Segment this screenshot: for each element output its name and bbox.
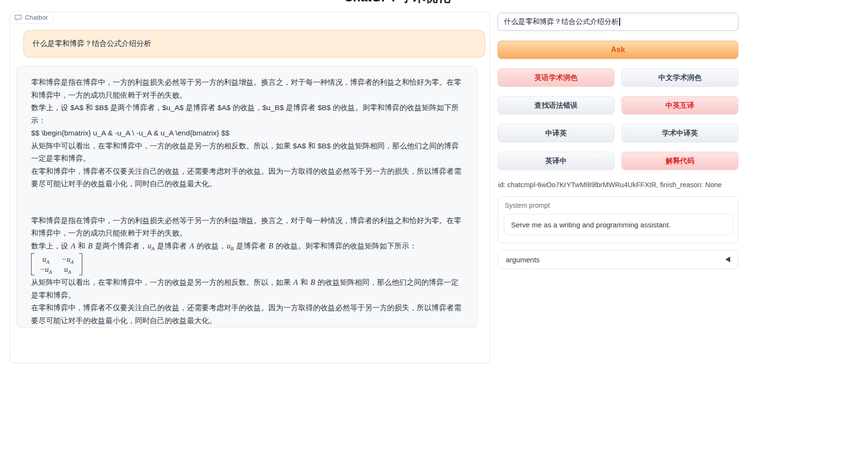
bot-message-bubble: 零和博弈是指在博弈中，一方的利益损失必然等于另一方的利益增益。换言之，对于每一种…: [16, 66, 478, 328]
accordion-label: arguments: [506, 256, 540, 264]
matrix-cell: −uA: [61, 254, 75, 264]
chatbot-label-text: Chatbot: [25, 14, 47, 21]
button-chinese-academic-polish[interactable]: 中文学术润色: [622, 68, 738, 87]
bot-paragraph: 零和博弈是指在博弈中，一方的利益损失必然等于另一方的利益增益。换言之，对于每一种…: [31, 76, 463, 101]
button-find-grammar-errors[interactable]: 查找语法错误: [498, 96, 614, 114]
system-prompt-label: System prompt: [505, 202, 550, 209]
matrix-cell: uA: [39, 254, 53, 264]
button-en-to-zh[interactable]: 英译中: [498, 152, 614, 170]
matrix-left-bracket: [31, 253, 34, 275]
chat-bubble-icon: [14, 14, 22, 21]
bot-paragraph: 零和博弈是指在博弈中，一方的利益损失必然等于另一方的利益增益。换言之，对于每一种…: [31, 214, 463, 240]
message-block-gap: [31, 191, 463, 214]
matrix-cell: −uA: [39, 264, 53, 274]
user-message-bubble: 什么是零和博弈？结合公式介绍分析: [23, 30, 485, 57]
bot-paragraph: 数学上，设 $A$ 和 $B$ 是两个博弈者，$u_A$ 是博弈者 $A$ 的收…: [31, 101, 463, 127]
system-prompt-input[interactable]: Serve me as a writing and programming as…: [504, 214, 733, 235]
text-caret: [619, 18, 620, 26]
button-academic-zh-to-en[interactable]: 学术中译英: [622, 124, 738, 142]
button-english-academic-polish[interactable]: 英语学术润色: [498, 68, 614, 87]
triangle-left-icon: [725, 257, 730, 262]
question-input[interactable]: 什么是零和博弈？结合公式介绍分析: [498, 13, 738, 31]
page-title-text: ChatGPT 学术优化: [306, 0, 488, 4]
page-title: ChatGPT 学术优化: [306, 0, 488, 4]
button-zh-en-mutual-translation[interactable]: 中英互译: [622, 96, 738, 114]
bot-paragraph: 在零和博弈中，博弈者不仅要关注自己的收益，还需要考虑对手的收益。因为一方取得的收…: [31, 165, 463, 191]
bot-paragraph: 从矩阵中可以看出，在零和博弈中，一方的收益是另一方的相反数。所以，如果 $A$ …: [31, 140, 463, 165]
bot-paragraph-latex: $$ \begin{bmatrix} u_A & -u_A \ -u_A & u…: [31, 127, 463, 140]
payoff-matrix: uA −uA −uA uA: [31, 253, 82, 275]
bot-paragraph-math: 数学上，设 A 和 B 是两个博弈者，uA 是博弈者 A 的收益，uB 是博弈者…: [31, 240, 463, 253]
button-zh-to-en[interactable]: 中译英: [498, 124, 614, 142]
matrix-cell: uA: [61, 264, 75, 274]
question-input-value: 什么是零和博弈？结合公式介绍分析: [504, 17, 619, 26]
chatbot-label: Chatbot: [10, 11, 54, 24]
system-prompt-panel: System prompt Serve me as a writing and …: [498, 196, 738, 243]
arguments-accordion[interactable]: arguments: [498, 250, 738, 269]
chatbot-panel: Chatbot 什么是零和博弈？结合公式介绍分析 零和博弈是指在博弈中，一方的利…: [10, 11, 490, 363]
user-message-text: 什么是零和博弈？结合公式介绍分析: [33, 39, 151, 49]
bot-paragraph: 在零和博弈中，博弈者不仅要关注自己的收益，还需要考虑对手的收益。因为一方取得的收…: [31, 302, 463, 327]
status-line: id: chatcmpl-6wOo7KrYTwMl89lbrMWRu4UkFFX…: [498, 180, 747, 190]
bot-paragraph-math: 从矩阵中可以看出，在零和博弈中，一方的收益是另一方的相反数。所以，如果 A 和 …: [31, 276, 463, 302]
app-page: ChatGPT 学术优化 Chatbot 什么是零和博弈？结合公式介绍分析 零和…: [0, 0, 868, 460]
button-explain-code[interactable]: 解释代码: [622, 152, 738, 170]
system-prompt-value: Serve me as a writing and programming as…: [511, 221, 670, 229]
matrix-right-bracket: [79, 253, 82, 275]
ask-button[interactable]: Ask: [498, 41, 738, 59]
